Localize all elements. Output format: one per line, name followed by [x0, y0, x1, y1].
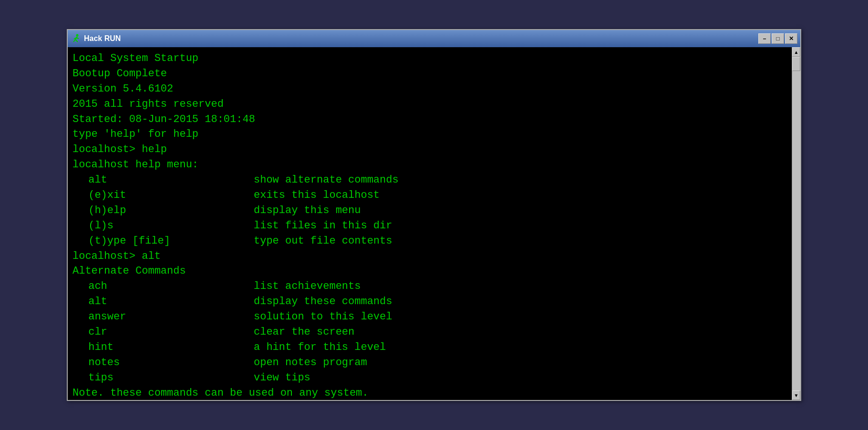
command-entry: hinta hint for this level — [72, 340, 787, 355]
command-entry: tipsview tips — [72, 370, 787, 386]
svg-point-0 — [76, 34, 79, 37]
command-name: (t)ype [file] — [72, 234, 254, 249]
maximize-button[interactable]: □ — [772, 33, 784, 44]
command-entry: (h)elpdisplay this menu — [72, 203, 787, 218]
svg-line-3 — [75, 40, 78, 42]
terminal-line: Alternate Commands — [72, 264, 787, 279]
command-description: clear the screen — [254, 325, 354, 340]
command-description: a hint for this level — [254, 340, 386, 355]
scroll-up-button[interactable]: ▲ — [792, 47, 800, 57]
command-entry: altshow alternate commands — [72, 173, 787, 188]
command-name: answer — [72, 309, 254, 325]
minimize-button[interactable]: – — [758, 33, 771, 44]
terminal-line: 2015 all rights reserved — [72, 97, 787, 112]
command-name: hint — [72, 340, 254, 355]
scrollbar-thumb[interactable] — [792, 57, 800, 71]
terminal-line: Version 5.4.6102 — [72, 82, 787, 97]
command-entry: (e)xitexits this localhost — [72, 188, 787, 203]
title-bar: Hack RUN – □ ✕ — [68, 30, 800, 47]
command-name: (l)s — [72, 218, 254, 234]
command-entry: notesopen notes program — [72, 355, 787, 370]
command-name: ach — [72, 279, 254, 294]
command-entry: clrclear the screen — [72, 325, 787, 340]
command-description: list files in this dir — [254, 218, 392, 234]
command-entry: achlist achievements — [72, 279, 787, 294]
command-name: tips — [72, 370, 254, 386]
command-name: notes — [72, 355, 254, 370]
scrollbar[interactable]: ▲ ▼ — [792, 47, 800, 400]
command-description: solution to this level — [254, 309, 392, 325]
window-body: Local System StartupBootup CompleteVersi… — [68, 47, 800, 400]
close-button[interactable]: ✕ — [785, 33, 797, 44]
terminal-line: Started: 08-Jun-2015 18:01:48 — [72, 112, 787, 127]
terminal-line: localhost help menu: — [72, 157, 787, 173]
command-entry: answersolution to this level — [72, 309, 787, 325]
terminal-line: localhost> help — [72, 142, 787, 157]
window-title: Hack RUN — [84, 34, 121, 43]
command-description: open notes program — [254, 355, 367, 370]
terminal-line: localhost> alt — [72, 249, 787, 264]
terminal-line: type 'help' for help — [72, 127, 787, 142]
title-bar-left: Hack RUN — [71, 33, 121, 44]
command-description: list achievements — [254, 279, 361, 294]
command-description: type out file contents — [254, 234, 392, 249]
scrollbar-track[interactable] — [792, 57, 800, 390]
command-description: exits this localhost — [254, 188, 380, 203]
command-description: show alternate commands — [254, 173, 399, 188]
command-name: (e)xit — [72, 188, 254, 203]
command-name: alt — [72, 173, 254, 188]
terminal-line: Local System Startup — [72, 51, 787, 66]
title-buttons: – □ ✕ — [758, 33, 797, 44]
main-window: Hack RUN – □ ✕ Local System StartupBootu… — [67, 29, 801, 401]
scroll-down-button[interactable]: ▼ — [792, 390, 800, 400]
command-entry: (l)slist files in this dir — [72, 218, 787, 234]
command-name: (h)elp — [72, 203, 254, 218]
command-entry: (t)ype [file]type out file contents — [72, 234, 787, 249]
command-entry: altdisplay these commands — [72, 294, 787, 309]
command-name: alt — [72, 294, 254, 309]
command-name: clr — [72, 325, 254, 340]
command-description: view tips — [254, 370, 310, 386]
command-description: display this menu — [254, 203, 361, 218]
terminal-line: Bootup Complete — [72, 66, 787, 82]
command-description: display these commands — [254, 294, 392, 309]
terminal-output[interactable]: Local System StartupBootup CompleteVersi… — [68, 47, 792, 400]
app-icon — [71, 33, 81, 44]
terminal-line: Note. these commands can be used on any … — [72, 386, 787, 400]
svg-line-5 — [76, 38, 79, 39]
